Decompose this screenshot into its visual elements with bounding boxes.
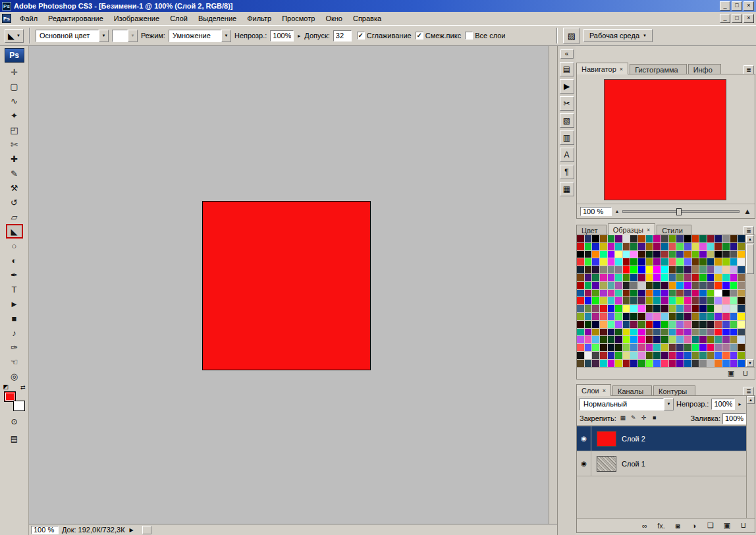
layers-scrollbar[interactable]: ▲ ▼	[746, 396, 755, 532]
swatch[interactable]	[730, 336, 738, 344]
checkbox-box[interactable]	[465, 32, 473, 40]
swatch[interactable]	[592, 360, 600, 367]
swatch[interactable]	[699, 258, 707, 266]
eyedropper-tool[interactable]: ✑	[6, 340, 23, 354]
swatch[interactable]	[577, 305, 585, 313]
swatch[interactable]	[676, 305, 684, 313]
swatch[interactable]	[669, 305, 677, 313]
swatch[interactable]	[692, 282, 700, 290]
swatch[interactable]	[653, 313, 661, 321]
swatch[interactable]	[623, 266, 631, 274]
swatch[interactable]	[577, 344, 585, 352]
swatch[interactable]	[585, 235, 593, 243]
swatch[interactable]	[669, 266, 677, 274]
layer-row[interactable]: ◉ Слой 1	[577, 451, 755, 476]
swatch[interactable]	[577, 360, 585, 367]
swatch[interactable]	[676, 352, 684, 360]
panel-tab[interactable]: Навигатор ×	[576, 63, 628, 74]
swatch[interactable]	[653, 352, 661, 360]
swatch[interactable]	[692, 329, 700, 337]
swatch[interactable]	[592, 282, 600, 290]
screen-mode-button[interactable]: ▤	[7, 432, 22, 445]
swatch[interactable]	[577, 352, 585, 360]
swatch[interactable]	[577, 251, 585, 259]
swatch[interactable]	[699, 282, 707, 290]
swatch[interactable]	[715, 321, 722, 329]
history-brush-tool[interactable]: ↺	[6, 195, 23, 210]
quick-mask-button[interactable]: ⊙	[7, 415, 22, 428]
swatch[interactable]	[707, 258, 715, 266]
crop-tool[interactable]: ◰	[6, 123, 23, 137]
swatch[interactable]	[615, 329, 623, 337]
menu-item[interactable]: Изображение	[109, 13, 165, 24]
swatch[interactable]	[608, 321, 616, 329]
swatch[interactable]	[707, 313, 715, 321]
swatch[interactable]	[738, 290, 745, 298]
swatch[interactable]	[600, 352, 608, 360]
blend-mode-select[interactable]: Нормальный ▼	[580, 398, 674, 410]
swatch[interactable]	[684, 282, 692, 290]
swatch[interactable]	[608, 282, 616, 290]
swatch[interactable]	[661, 266, 669, 274]
swatch[interactable]	[646, 360, 654, 367]
eye-icon[interactable]: ◉	[577, 426, 591, 451]
swatch[interactable]	[722, 305, 730, 313]
swatch[interactable]	[646, 305, 654, 313]
swatch[interactable]	[715, 235, 722, 243]
swatch[interactable]	[722, 243, 730, 251]
swatch[interactable]	[646, 329, 654, 337]
swatch[interactable]	[600, 282, 608, 290]
swatch[interactable]	[608, 329, 616, 337]
swatch[interactable]	[585, 352, 593, 360]
swatch[interactable]	[699, 297, 707, 305]
delete-swatch-button[interactable]: ⊔	[740, 369, 751, 378]
panel-tab[interactable]: Слои ×	[576, 384, 611, 396]
swatch[interactable]	[577, 297, 585, 305]
swatch[interactable]	[707, 329, 715, 337]
menu-item[interactable]: Выделение	[193, 13, 242, 24]
swatch[interactable]	[623, 243, 631, 251]
slider-handle[interactable]	[676, 208, 682, 215]
menu-item[interactable]: Фильтр	[242, 13, 277, 24]
swatch[interactable]	[630, 266, 638, 274]
swatch[interactable]	[684, 336, 692, 344]
swatch[interactable]	[661, 297, 669, 305]
swatch[interactable]	[684, 321, 692, 329]
swatch[interactable]	[676, 235, 684, 243]
swatch[interactable]	[577, 313, 585, 321]
swatch[interactable]	[730, 305, 738, 313]
swatch[interactable]	[722, 297, 730, 305]
swatch[interactable]	[738, 360, 745, 367]
swatch[interactable]	[646, 282, 654, 290]
swatch[interactable]	[699, 329, 707, 337]
swatch[interactable]	[638, 251, 646, 259]
swatch[interactable]	[730, 352, 738, 360]
swatch[interactable]	[661, 235, 669, 243]
swatch[interactable]	[730, 329, 738, 337]
menu-item[interactable]: Файл	[14, 13, 43, 24]
swatch[interactable]	[715, 266, 722, 274]
swatch[interactable]	[669, 290, 677, 298]
swatch[interactable]	[600, 305, 608, 313]
swatch[interactable]	[676, 321, 684, 329]
swatch[interactable]	[738, 235, 745, 243]
lock-pixels-icon[interactable]: ✎	[629, 414, 638, 423]
new-adjustment-layer-icon[interactable]: ◑	[689, 522, 699, 530]
swatch[interactable]	[715, 313, 722, 321]
swatch[interactable]	[676, 290, 684, 298]
layers-fill-input[interactable]	[722, 413, 746, 424]
swatch[interactable]	[661, 352, 669, 360]
swatch[interactable]	[630, 336, 638, 344]
menu-item[interactable]: Окно	[320, 13, 348, 24]
swatch[interactable]	[661, 321, 669, 329]
dock-layer-comps-icon[interactable]: ▥	[560, 130, 574, 145]
swatch[interactable]	[592, 274, 600, 282]
swatch[interactable]	[699, 235, 707, 243]
swatch[interactable]	[653, 336, 661, 344]
panel-tab[interactable]: Цвет	[576, 225, 607, 235]
doc-restore-button[interactable]: □	[732, 14, 742, 23]
swatch[interactable]	[653, 297, 661, 305]
swatch[interactable]	[722, 282, 730, 290]
swatch[interactable]	[676, 360, 684, 367]
swatch[interactable]	[615, 321, 623, 329]
